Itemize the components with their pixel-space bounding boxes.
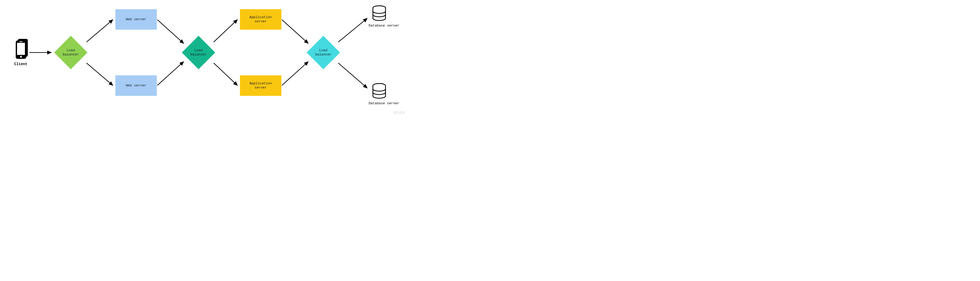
- arrow-app1-lb3: [282, 20, 308, 43]
- application-server-2-label: Application server: [250, 81, 272, 90]
- database-2-label: Database server: [366, 101, 402, 105]
- client-label: Client: [14, 62, 27, 66]
- database-icon: [372, 5, 387, 22]
- load-balancer-1-label: Load balancer: [63, 48, 79, 57]
- svg-rect-2: [17, 43, 25, 55]
- miro-watermark: miro: [394, 110, 405, 115]
- load-balancer-2-label: Load balancer: [190, 48, 207, 57]
- arrow-app2-lb3: [282, 62, 308, 85]
- database-1-label: Database server: [366, 24, 402, 27]
- load-balancer-3: Load balancer: [307, 36, 340, 69]
- arrow-lb2-app2: [214, 63, 237, 85]
- application-server-1: Application server: [240, 9, 282, 30]
- smartphone-icon: [15, 39, 29, 60]
- web-server-2-label: Web server: [126, 83, 146, 88]
- arrow-web1-lb2: [158, 20, 184, 43]
- arrow-lb3-db2: [338, 63, 367, 88]
- web-server-1-label: Web server: [126, 18, 146, 22]
- load-balancer-1: Load balancer: [54, 36, 88, 69]
- arrow-web2-lb2: [158, 62, 184, 85]
- arrow-lb1-web2: [86, 63, 113, 85]
- application-server-2: Application server: [240, 75, 282, 96]
- svg-point-3: [20, 56, 22, 58]
- application-server-1-label: Application server: [250, 15, 272, 24]
- architecture-diagram: Client Load balancer Web server Web serv…: [0, 0, 408, 117]
- load-balancer-2: Load balancer: [182, 36, 215, 69]
- database-icon: [372, 83, 387, 99]
- load-balancer-3-label: Load balancer: [315, 48, 331, 57]
- svg-rect-4: [19, 42, 22, 42]
- web-server-2: Web server: [115, 75, 157, 96]
- arrow-lb3-db1: [338, 18, 367, 42]
- arrow-lb1-web1: [86, 20, 113, 42]
- web-server-1: Web server: [115, 9, 157, 30]
- arrow-lb2-app1: [214, 20, 237, 42]
